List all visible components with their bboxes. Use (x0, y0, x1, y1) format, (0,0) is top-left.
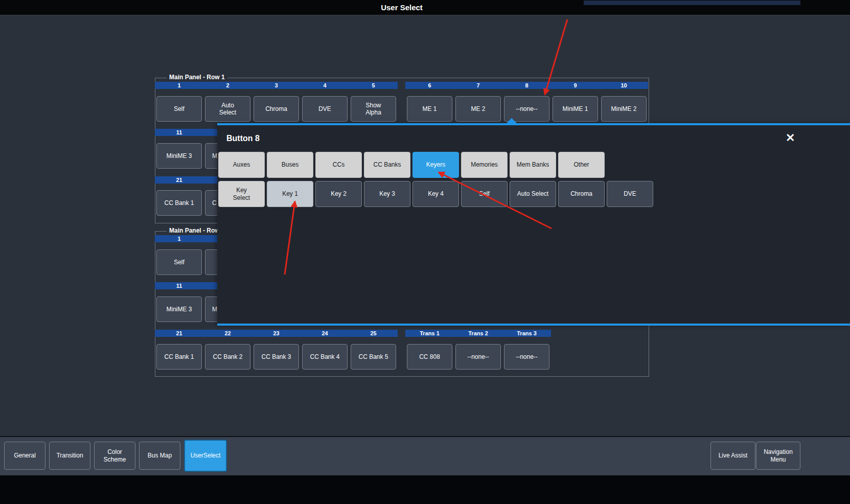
titlebar-accent (584, 1, 800, 5)
title-bar: User Select (0, 0, 850, 15)
panel-row-1-label: Main Panel - Row 1 (167, 74, 227, 81)
column-number: 11 (155, 129, 203, 136)
button-show-alpha[interactable]: Show Alpha (351, 96, 396, 122)
category-mem-banks[interactable]: Mem Banks (510, 152, 556, 178)
button-cc-bank-1[interactable]: CC Bank 1 (156, 190, 202, 216)
button-dve[interactable]: DVE (302, 96, 348, 122)
option-chroma[interactable]: Chroma (558, 181, 605, 207)
popup-pointer-notch (507, 118, 517, 123)
tab-bus-map[interactable]: Bus Map (139, 442, 180, 470)
app-window: User Select Main Panel - Row 1 1 2 3 4 5… (0, 0, 850, 504)
button-minime-3[interactable]: MiniME 3 (156, 296, 202, 322)
button-trans-2-none[interactable]: --none-- (455, 344, 501, 370)
column-number: 3 (252, 82, 301, 89)
tab-user-select[interactable]: UserSelect (184, 440, 227, 472)
button-cc-bank-4[interactable]: CC Bank 4 (302, 344, 348, 370)
option-key-1[interactable]: Key 1 (267, 181, 313, 207)
button-trans-3-none[interactable]: --none-- (504, 344, 549, 370)
column-header-bar-1-5: 1 2 3 4 5 (155, 82, 398, 89)
button-live-assist[interactable]: Live Assist (710, 442, 755, 470)
column-number: 9 (551, 82, 600, 89)
button-chroma[interactable]: Chroma (254, 96, 299, 122)
column-label: Trans 1 (405, 330, 454, 337)
button-cc-bank-1[interactable]: CC Bank 1 (156, 344, 202, 370)
category-other[interactable]: Other (558, 152, 605, 178)
column-number: 10 (600, 82, 648, 89)
tab-general[interactable]: General (4, 442, 45, 470)
option-auto-select[interactable]: Auto Select (510, 181, 556, 207)
category-keyers[interactable]: Keyers (412, 152, 459, 178)
button-auto-select[interactable]: Auto Select (205, 96, 250, 122)
column-number: 7 (454, 82, 502, 89)
column-number: 8 (502, 82, 551, 89)
option-dve[interactable]: DVE (607, 181, 653, 207)
button-self[interactable]: Self (156, 249, 202, 275)
button-self[interactable]: Self (156, 96, 202, 122)
column-header-bar-6-10: 6 7 8 9 10 (405, 82, 648, 89)
option-key-2[interactable]: Key 2 (315, 181, 362, 207)
column-header-bar-21-25: 21 22 23 24 25 (155, 330, 398, 337)
category-cc-banks[interactable]: CC Banks (364, 152, 410, 178)
button-cc-bank-2[interactable]: CC Bank 2 (205, 344, 250, 370)
category-buses[interactable]: Buses (267, 152, 313, 178)
option-key-3[interactable]: Key 3 (364, 181, 410, 207)
button-cc-bank-3[interactable]: CC Bank 3 (254, 344, 299, 370)
category-auxes[interactable]: Auxes (218, 152, 265, 178)
column-number: 24 (301, 330, 349, 337)
bottom-black-strip (0, 475, 850, 504)
close-icon[interactable]: ✕ (786, 131, 795, 145)
option-key-4[interactable]: Key 4 (412, 181, 459, 207)
tab-transition[interactable]: Transition (49, 442, 90, 470)
column-label: Trans 2 (454, 330, 502, 337)
option-self[interactable]: Self (461, 181, 508, 207)
category-ccs[interactable]: CCs (315, 152, 362, 178)
button-minime-1[interactable]: MiniME 1 (553, 96, 598, 122)
button-navigation-menu[interactable]: Navigation Menu (756, 442, 800, 470)
button-cc-bank-5[interactable]: CC Bank 5 (351, 344, 396, 370)
column-number: 25 (349, 330, 398, 337)
button-minime-2[interactable]: MiniME 2 (601, 96, 647, 122)
button-8-popup: Button 8 ✕ Auxes Buses CCs CC Banks Keye… (217, 123, 850, 326)
column-number: 1 (155, 82, 203, 89)
column-header-bar-trans: Trans 1 Trans 2 Trans 3 (405, 330, 551, 337)
button-me-2[interactable]: ME 2 (455, 96, 501, 122)
column-number: 5 (349, 82, 398, 89)
popup-title: Button 8 (226, 134, 260, 143)
button-me-1[interactable]: ME 1 (407, 96, 452, 122)
column-number: 21 (155, 330, 203, 337)
column-number: 6 (405, 82, 454, 89)
column-number: 11 (155, 282, 203, 289)
column-number: 23 (252, 330, 301, 337)
column-number: 4 (301, 82, 349, 89)
button-minime-3[interactable]: MiniME 3 (156, 143, 202, 169)
tab-color-scheme[interactable]: Color Scheme (94, 442, 135, 470)
column-number: 22 (203, 330, 252, 337)
column-label: Trans 3 (502, 330, 551, 337)
category-memories[interactable]: Memories (461, 152, 508, 178)
option-key-select[interactable]: Key Select (218, 181, 265, 207)
column-number: 21 (155, 176, 203, 184)
column-number: 2 (203, 82, 252, 89)
button-cc-808[interactable]: CC 808 (407, 344, 452, 370)
column-number: 1 (155, 235, 203, 242)
